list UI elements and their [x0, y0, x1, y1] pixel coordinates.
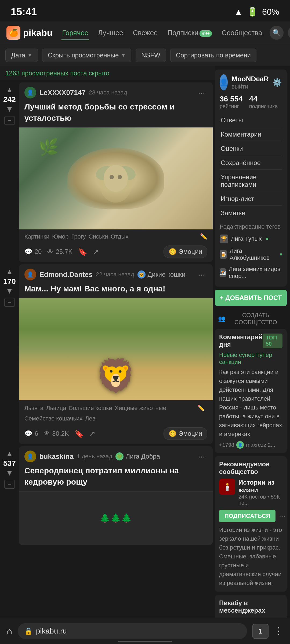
community-card-name[interactable]: Истории из жизни	[238, 479, 282, 494]
post-more-2[interactable]: ···	[196, 270, 207, 280]
tag-bolshie[interactable]: Большие кошки	[69, 405, 112, 412]
browser-tab-count[interactable]: 1	[252, 624, 269, 639]
browser-menu-button[interactable]: ⋮	[274, 625, 284, 637]
post-author-2[interactable]: Edmond.Dantes	[39, 270, 93, 279]
share-button-2[interactable]: ↗	[89, 429, 95, 438]
league-icon-3: ⛷️	[220, 268, 226, 277]
post-author-3[interactable]: bukaskina	[39, 452, 74, 461]
tag-grogu[interactable]: Грогу	[71, 233, 86, 240]
community-card: 🕯️ Истории из жизни 24К постов • 59К по.…	[219, 479, 282, 506]
post-image-2	[19, 298, 213, 400]
vote-down-1[interactable]: ▼	[6, 105, 13, 114]
recommended-header: Рекомендуемое сообщество	[219, 460, 282, 475]
subscribe-button[interactable]: ПОДПИСАТЬСЯ	[219, 510, 276, 522]
tag-jumor[interactable]: Юмор	[52, 233, 69, 240]
post-time-1: 23 часа назад	[89, 89, 127, 96]
post-more-1[interactable]: ···	[196, 88, 207, 98]
community-card-icon: 🕯️	[219, 479, 235, 495]
tag-siski[interactable]: Сиськи	[89, 233, 108, 240]
community-tag-3[interactable]: 💚 Лига Добра	[115, 452, 160, 460]
post-more-3[interactable]: ···	[196, 452, 207, 462]
tag-lvyata[interactable]: Львята	[24, 405, 44, 412]
tag-hischnye[interactable]: Хищные животные	[115, 405, 166, 412]
vote-down-3[interactable]: ▼	[6, 469, 13, 477]
tag-kartinki[interactable]: Картинки	[24, 233, 49, 240]
vote-up-1[interactable]: ▲	[6, 86, 13, 94]
hidden-notice: 1263 просмотренных поста скрыто	[0, 66, 215, 80]
vote-sidebar-1: ▲ 242 ▼ −	[0, 80, 19, 130]
subscribers-label: подписчика	[249, 103, 278, 109]
more-community-button[interactable]: ···	[280, 512, 286, 520]
reaction-button-1[interactable]: 😊 Эмоции	[164, 246, 207, 258]
reaction-button-2[interactable]: 😊 Эмоции	[164, 427, 207, 440]
league-1[interactable]: 🏆 Лига Тупых	[220, 232, 282, 245]
community-info: Истории из жизни 24К постов • 59К по...	[238, 479, 282, 506]
comment-day-link[interactable]: Новые супер пупер санкции	[219, 352, 282, 365]
comment-author-name[interactable]: maxrezz 2...	[246, 442, 275, 448]
tab-best[interactable]: Лучшее	[97, 27, 124, 39]
profile-logout[interactable]: выйти	[231, 83, 269, 90]
vote-minus-1[interactable]: −	[4, 116, 15, 125]
edit-tags-1[interactable]: ✏️	[200, 233, 207, 240]
menu-answers[interactable]: Ответы	[220, 114, 282, 127]
vote-up-2[interactable]: ▲	[6, 268, 13, 276]
tag-otdix[interactable]: Отдых	[111, 233, 128, 240]
menu-ignore[interactable]: Игнор-лист	[220, 192, 282, 206]
svg-point-4	[110, 175, 114, 179]
search-button[interactable]: 🔍	[270, 26, 284, 40]
vote-down-2[interactable]: ▼	[6, 287, 13, 295]
league-name-3: Лига зимних видов спор...	[229, 266, 282, 280]
menu-ratings[interactable]: Оценки	[220, 142, 282, 155]
logo[interactable]: 🍊 pikabu	[6, 26, 53, 40]
post-header-2: 👤 Edmond.Dantes 22 часа назад 🐱 Дикие ко…	[19, 264, 213, 283]
menu-saved[interactable]: Сохранённое	[220, 156, 282, 170]
comment-day-title: Комментарий дня	[219, 333, 263, 348]
browser-url-bar[interactable]: 🔒 pikabu.ru	[18, 623, 247, 639]
tag-semeystvo[interactable]: Семейство кошачьих	[24, 415, 82, 422]
tab-new[interactable]: Свежее	[132, 27, 159, 39]
menu-notes[interactable]: Заметки	[220, 207, 282, 219]
add-post-button[interactable]: + ДОБАВИТЬ ПОСТ	[215, 290, 287, 306]
tab-communities[interactable]: Сообщества	[220, 27, 263, 39]
menu-comments[interactable]: Комментарии	[220, 128, 282, 141]
save-button-2[interactable]: 🔖	[74, 429, 84, 438]
sort-filter[interactable]: Сортировать по времени	[170, 49, 256, 62]
vote-up-3[interactable]: ▲	[6, 449, 13, 458]
vote-minus-3[interactable]: −	[4, 480, 15, 489]
svg-point-5	[118, 175, 122, 179]
league-3[interactable]: ⛷️ Лига зимних видов спор...	[220, 264, 282, 282]
edit-tags-2[interactable]: ✏️	[197, 405, 205, 412]
comments-stat-1[interactable]: 💬 20	[24, 248, 42, 255]
sidebar-profile: 👤 MooNDeaR выйти ⚙️ 36 554 рейтинг 44 по…	[215, 69, 287, 287]
filter-bar: Дата ▼ Скрыть просмотренные ▼ NSFW Сорти…	[0, 44, 290, 66]
tag-lev[interactable]: Лев	[85, 415, 95, 422]
date-filter[interactable]: Дата ▼	[5, 49, 38, 62]
community-tag-2[interactable]: 🐱 Дикие кошки	[137, 270, 186, 279]
post-wrapper-2: ▲ 170 ▼ − 👤 Edmond.Dantes 22 часа назад …	[0, 262, 215, 444]
comments-stat-2[interactable]: 💬 6	[24, 430, 38, 437]
community-icon-2: 🐱	[137, 270, 146, 279]
profile-stats: 36 554 рейтинг 44 подписчика	[220, 95, 282, 109]
notifications-button[interactable]: 🔔	[288, 26, 290, 40]
hide-filter[interactable]: Скрыть просмотренные ▼	[42, 49, 131, 62]
comment-day-author: +1798 👤 maxrezz 2...	[219, 441, 282, 449]
share-button-1[interactable]: ↗	[93, 247, 99, 256]
comments-count-2: 6	[35, 430, 38, 437]
settings-icon[interactable]: ⚙️	[273, 78, 282, 87]
views-count-2: 30.2K	[52, 430, 69, 437]
save-button-1[interactable]: 🔖	[78, 247, 87, 256]
vote-minus-2[interactable]: −	[4, 298, 15, 307]
home-button[interactable]: ⌂	[6, 625, 12, 637]
post-author-1[interactable]: LeXXXX07147	[39, 89, 86, 97]
tab-subs[interactable]: Подписки99+	[166, 27, 213, 39]
nsfw-filter[interactable]: NSFW	[136, 49, 166, 62]
post-title-3: Северодвинец потратил миллионы на кедров…	[19, 465, 213, 491]
create-community-button[interactable]: 👥 СОЗДАТЬ СООБЩЕСТВО	[215, 309, 287, 329]
profile-info: MooNDeaR выйти	[231, 75, 269, 90]
tag-lvitsa[interactable]: Львица	[46, 405, 66, 412]
menu-subscriptions[interactable]: Управление подписками	[220, 171, 282, 191]
league-2[interactable]: 🍺 Лига Алкобушников	[220, 245, 282, 264]
profile-header: 👤 MooNDeaR выйти ⚙️	[220, 74, 282, 90]
tab-hot[interactable]: Горячее	[61, 27, 90, 39]
league-icon-1: 🏆	[220, 235, 228, 243]
